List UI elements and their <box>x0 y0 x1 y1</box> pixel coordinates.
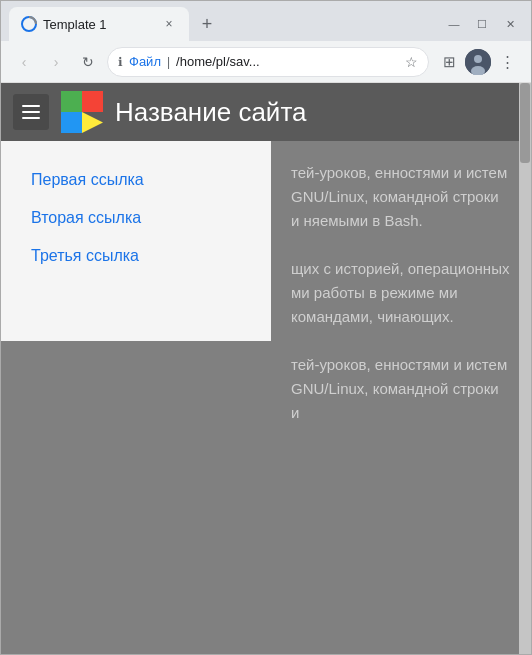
profile-avatar[interactable] <box>465 49 491 75</box>
forward-button[interactable]: › <box>43 49 69 75</box>
hamburger-line-3 <box>22 117 40 119</box>
nav-link-second[interactable]: Вторая ссылка <box>1 199 271 237</box>
address-bar: ‹ › ↻ ℹ Файл | /home/pl/sav... ☆ ⊞ ⋮ <box>1 41 531 83</box>
hamburger-line-2 <box>22 111 40 113</box>
back-button[interactable]: ‹ <box>11 49 37 75</box>
tab-close-button[interactable]: × <box>161 16 177 32</box>
scrollbar[interactable] <box>519 83 531 654</box>
hamburger-button[interactable] <box>13 94 49 130</box>
maximize-button[interactable]: ☐ <box>469 13 495 35</box>
active-tab[interactable]: Template 1 × <box>9 7 189 41</box>
logo-tl <box>61 91 82 112</box>
content-paragraph-2: щих с историей, операционных ми работы в… <box>291 257 511 329</box>
site-logo <box>61 91 103 133</box>
tab-title: Template 1 <box>43 17 155 32</box>
page-content: Название сайта тей-уроков, енностями и и… <box>1 83 531 654</box>
logo-bl <box>61 112 82 133</box>
content-paragraph-1: тей-уроков, енностями и истем GNU/Linux,… <box>291 161 511 233</box>
reload-button[interactable]: ↻ <box>75 49 101 75</box>
address-path: /home/pl/sav... <box>176 54 399 69</box>
logo-br <box>82 112 103 133</box>
nav-link-first[interactable]: Первая ссылка <box>1 161 271 199</box>
minimize-button[interactable]: — <box>441 13 467 35</box>
address-separator: | <box>167 55 170 69</box>
nav-overlay: Первая ссылка Вторая ссылка Третья ссылк… <box>1 141 271 341</box>
hamburger-line-1 <box>22 105 40 107</box>
tab-bar: Template 1 × + — ☐ ✕ <box>1 1 531 41</box>
address-scheme: Файл <box>129 54 161 69</box>
toolbar-right: ⊞ ⋮ <box>435 48 521 76</box>
window-controls: — ☐ ✕ <box>441 13 523 35</box>
browser-window: Template 1 × + — ☐ ✕ ‹ › ↻ ℹ Файл | /hom… <box>0 0 532 655</box>
scrollbar-thumb[interactable] <box>520 83 530 163</box>
site-title: Название сайта <box>115 97 306 128</box>
address-input[interactable]: ℹ Файл | /home/pl/sav... ☆ <box>107 47 429 77</box>
chrome-menu-button[interactable]: ⋮ <box>493 48 521 76</box>
security-icon: ℹ <box>118 55 123 69</box>
nav-link-third[interactable]: Третья ссылка <box>1 237 271 275</box>
site-header: Название сайта <box>1 83 531 141</box>
tab-favicon <box>21 16 37 32</box>
new-tab-button[interactable]: + <box>193 10 221 38</box>
content-paragraph-3: тей-уроков, енностями и истем GNU/Linux,… <box>291 353 511 425</box>
logo-tr <box>82 91 103 112</box>
extensions-button[interactable]: ⊞ <box>435 48 463 76</box>
close-window-button[interactable]: ✕ <box>497 13 523 35</box>
svg-point-2 <box>474 55 482 63</box>
bookmark-icon[interactable]: ☆ <box>405 54 418 70</box>
